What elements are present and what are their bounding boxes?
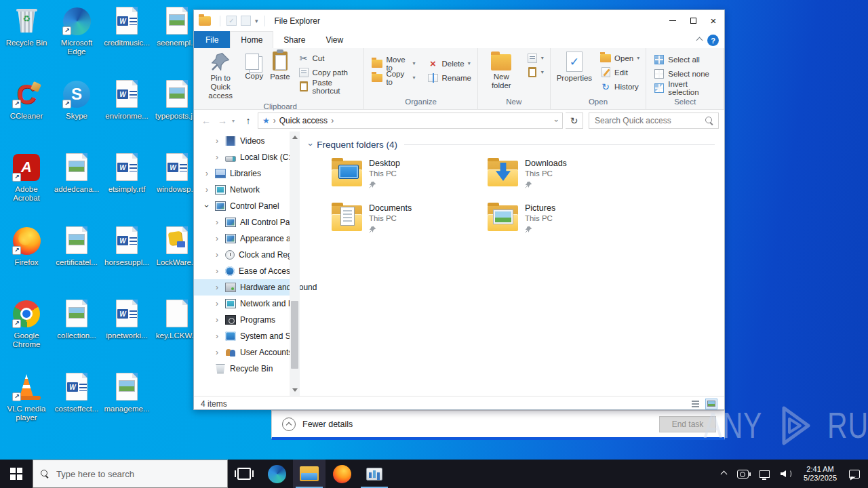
tree-expander-icon[interactable]: [205, 201, 215, 211]
explorer-search-input[interactable]: [593, 115, 705, 126]
desktop-icon[interactable]: Microsoft Edge: [52, 5, 102, 79]
close-button[interactable]: ×: [703, 11, 724, 30]
select-none-button[interactable]: Select none: [652, 66, 719, 81]
tree-item[interactable]: Ease of Access: [194, 263, 300, 279]
taskbar-firefox-button[interactable]: [326, 460, 358, 488]
desktop-icon[interactable]: W creditmusic...: [102, 5, 152, 79]
tree-item[interactable]: Videos: [194, 133, 300, 149]
tree-item[interactable]: System and Se: [194, 328, 300, 344]
minimize-button[interactable]: [663, 11, 683, 30]
tree-item[interactable]: Clock and Regi: [194, 247, 300, 263]
taskbar-search-input[interactable]: [55, 468, 220, 480]
tree-expander-icon[interactable]: [216, 266, 225, 276]
fewer-details-toggle[interactable]: [282, 418, 296, 431]
fewer-details-label[interactable]: Fewer details: [302, 420, 353, 429]
folder-tile[interactable]: Pictures This PC: [487, 201, 643, 245]
start-button[interactable]: [0, 460, 33, 488]
desktop-icon[interactable]: certificatel...: [52, 225, 102, 298]
details-view-button[interactable]: [689, 399, 701, 409]
desktop-icon[interactable]: W etsimply.rtf: [102, 152, 152, 225]
tree-expander-icon[interactable]: [216, 348, 225, 357]
up-button[interactable]: ↑: [241, 115, 255, 126]
tab-home[interactable]: Home: [230, 31, 273, 48]
back-button[interactable]: ←: [199, 115, 213, 126]
desktop-icon[interactable]: Google Chrome: [1, 298, 52, 371]
edit-button[interactable]: Edit: [598, 65, 642, 79]
desktop-icon[interactable]: A Adobe Acrobat: [1, 152, 52, 225]
breadcrumb[interactable]: Quick access: [279, 116, 328, 125]
history-button[interactable]: ↻ History: [598, 79, 642, 94]
tree-item[interactable]: Network and Ir: [194, 296, 300, 312]
collapse-ribbon-icon[interactable]: [696, 37, 703, 44]
search-icon[interactable]: [705, 116, 714, 125]
tree-expander-icon[interactable]: [216, 283, 225, 292]
tab-share[interactable]: Share: [273, 31, 315, 48]
tree-item[interactable]: All Control Par: [194, 214, 300, 230]
copy-to-button[interactable]: Copy to ▾: [370, 70, 417, 85]
maximize-button[interactable]: [683, 11, 703, 30]
desktop-icon[interactable]: C CCleaner: [1, 79, 52, 152]
qat-dropdown-icon[interactable]: ▾: [255, 18, 258, 24]
tree-expander-icon[interactable]: [216, 218, 225, 227]
tree-expander-icon[interactable]: [216, 299, 225, 308]
taskbar-task-manager-button[interactable]: [358, 460, 391, 488]
paste-button[interactable]: Paste: [267, 49, 293, 83]
desktop-icon[interactable]: W environme...: [102, 79, 152, 152]
desktop-icon[interactable]: manageme...: [102, 371, 152, 445]
new-folder-button[interactable]: New folder: [481, 49, 522, 92]
volume-tray-button[interactable]: [776, 460, 795, 488]
properties-button[interactable]: ✓ Properties: [553, 49, 595, 85]
desktop-icon[interactable]: S Skype: [52, 79, 102, 152]
tree-expander-icon[interactable]: [216, 152, 225, 162]
tree-item[interactable]: Control Panel: [194, 198, 300, 214]
help-button[interactable]: ?: [707, 35, 719, 46]
action-center-button[interactable]: [845, 460, 864, 488]
pin-to-quick-access-button[interactable]: Pin to Quick access: [199, 49, 241, 102]
recent-locations-icon[interactable]: ▾: [232, 118, 239, 124]
taskbar-file-explorer-button[interactable]: [293, 460, 326, 488]
tree-item[interactable]: Recycle Bin: [194, 361, 300, 377]
meet-now-button[interactable]: [733, 460, 753, 488]
easy-access-button[interactable]: ▾: [525, 65, 546, 79]
desktop-icon[interactable]: collection...: [52, 298, 102, 371]
scrollbar-thumb[interactable]: [291, 301, 298, 369]
delete-button[interactable]: × Delete ▾: [425, 56, 473, 70]
tab-view[interactable]: View: [315, 31, 353, 48]
chevron-right-icon[interactable]: ›: [331, 116, 334, 125]
tree-expander-icon[interactable]: [216, 136, 225, 146]
select-all-button[interactable]: Select all: [652, 52, 719, 66]
taskbar-edge-button[interactable]: [260, 460, 293, 488]
tree-item[interactable]: User Accounts: [194, 344, 300, 361]
move-to-button[interactable]: Move to ▾: [370, 56, 417, 70]
address-dropdown-icon[interactable]: ›: [553, 119, 561, 122]
tab-file[interactable]: File: [194, 31, 230, 48]
forward-button[interactable]: →: [216, 115, 229, 126]
tree-item[interactable]: Hardware and Sound: [194, 279, 300, 296]
taskbar-search[interactable]: [33, 460, 228, 488]
refresh-button[interactable]: ↻: [566, 113, 583, 129]
large-icons-view-button[interactable]: [705, 399, 717, 409]
qat-new-folder-icon[interactable]: [241, 16, 251, 26]
desktop-icon[interactable]: addedcana...: [52, 152, 102, 225]
desktop-icon[interactable]: ♻ Recycle Bin: [1, 5, 52, 79]
desktop-icon[interactable]: Firefox: [1, 225, 52, 298]
tree-item[interactable]: Local Disk (C:): [194, 149, 300, 165]
tree-item[interactable]: Appearance an: [194, 230, 300, 247]
tree-expander-icon[interactable]: [216, 234, 225, 243]
desktop-icon[interactable]: W costseffect...: [52, 371, 102, 445]
tree-item[interactable]: Network: [194, 182, 300, 198]
tree-item[interactable]: Libraries: [194, 165, 300, 182]
chevron-right-icon[interactable]: ›: [273, 116, 276, 125]
task-view-button[interactable]: [228, 460, 260, 488]
new-item-button[interactable]: ▾: [525, 51, 546, 65]
desktop-icon[interactable]: W ipnetworki...: [102, 298, 152, 371]
tree-expander-icon[interactable]: [216, 331, 225, 341]
open-button[interactable]: Open ▾: [598, 51, 642, 65]
tree-expander-icon[interactable]: [216, 250, 225, 260]
rename-button[interactable]: Rename: [425, 70, 473, 85]
folder-tile[interactable]: Downloads This PC: [487, 157, 643, 200]
qat-properties-icon[interactable]: ✓: [226, 16, 237, 26]
tree-expander-icon[interactable]: [205, 185, 215, 195]
desktop-icon[interactable]: VLC media player: [1, 371, 52, 445]
network-tray-button[interactable]: [755, 460, 774, 488]
